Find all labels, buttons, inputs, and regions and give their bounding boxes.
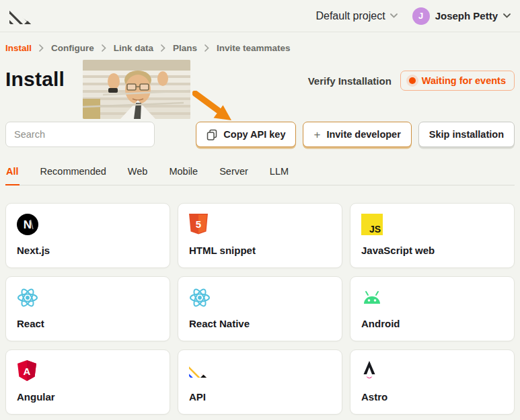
card-label: Next.js	[17, 245, 159, 256]
card-nextjs[interactable]: N Next.js	[5, 203, 170, 268]
card-label: React	[17, 318, 159, 329]
posthog-logo-icon[interactable]	[9, 8, 31, 24]
avatar: J	[412, 7, 430, 25]
copy-api-key-label: Copy API key	[223, 129, 285, 140]
chevron-right-icon	[102, 44, 106, 52]
title-row: Install	[5, 58, 515, 120]
chevron-down-icon	[390, 13, 398, 18]
user-menu[interactable]: J Joseph Petty	[412, 7, 511, 25]
android-icon	[361, 287, 383, 308]
card-label: HTML snippet	[189, 245, 331, 256]
tab-bar: All Recommended Web Mobile Server LLM	[5, 162, 515, 185]
tab-server[interactable]: Server	[219, 162, 249, 185]
card-angular[interactable]: A Angular	[5, 349, 170, 415]
breadcrumb-plans[interactable]: Plans	[173, 43, 197, 53]
react-icon	[189, 287, 211, 308]
verify-cluster: Verify Installation Waiting for events	[308, 71, 515, 91]
search-input[interactable]	[5, 122, 155, 147]
chevron-down-icon	[503, 13, 511, 18]
javascript-icon: JS	[361, 214, 383, 235]
posthog-icon	[189, 360, 211, 382]
status-dot-icon	[409, 77, 416, 84]
card-label: Astro	[361, 391, 503, 403]
card-react-native[interactable]: React Native	[178, 276, 342, 341]
sdk-grid: N Next.js 5 HTML snippet	[5, 203, 515, 415]
project-name: Default project	[315, 10, 385, 22]
breadcrumb: Install Configure Link data Plans Invite…	[5, 32, 515, 58]
skip-installation-label: Skip installation	[429, 129, 504, 140]
tab-mobile[interactable]: Mobile	[168, 162, 198, 185]
install-page: Default project J Joseph Petty Install C…	[0, 0, 520, 420]
chevron-right-icon	[205, 44, 209, 52]
invite-developer-label: Invite developer	[326, 129, 400, 140]
card-android[interactable]: Android	[350, 276, 515, 341]
skip-installation-button[interactable]: Skip installation	[418, 122, 515, 147]
tab-all[interactable]: All	[5, 162, 20, 185]
meme-image	[83, 60, 190, 119]
svg-text:JS: JS	[369, 224, 381, 235]
angular-icon: A	[17, 360, 38, 382]
astro-icon	[361, 360, 383, 382]
tab-recommended[interactable]: Recommended	[40, 162, 107, 185]
tab-web[interactable]: Web	[127, 162, 149, 185]
plus-icon: +	[313, 129, 320, 140]
tab-llm[interactable]: LLM	[269, 162, 289, 185]
user-name: Joseph Petty	[435, 10, 498, 22]
breadcrumb-invite-teammates[interactable]: Invite teammates	[217, 43, 291, 53]
verify-installation-label: Verify Installation	[308, 75, 392, 87]
card-html-snippet[interactable]: 5 HTML snippet	[178, 203, 342, 268]
breadcrumb-link-data[interactable]: Link data	[114, 43, 153, 53]
card-label: Android	[361, 318, 503, 329]
card-astro[interactable]: Astro	[350, 349, 515, 415]
nextjs-icon: N	[17, 214, 38, 235]
copy-icon	[207, 129, 217, 140]
arrow-annotation-icon	[192, 91, 237, 123]
svg-text:5: 5	[196, 218, 201, 230]
top-bar: Default project J Joseph Petty	[0, 0, 520, 32]
svg-text:A: A	[24, 366, 31, 377]
card-label: JavaScript web	[361, 245, 503, 256]
main-content: Install Configure Link data Plans Invite…	[0, 32, 520, 415]
status-badge: Waiting for events	[400, 71, 515, 91]
card-react[interactable]: React	[5, 276, 170, 341]
breadcrumb-install[interactable]: Install	[5, 43, 32, 53]
chevron-right-icon	[161, 44, 165, 52]
card-label: React Native	[189, 318, 331, 329]
react-icon	[17, 287, 38, 308]
project-selector[interactable]: Default project	[315, 10, 397, 22]
card-label: Angular	[17, 391, 159, 403]
card-label: API	[189, 391, 331, 403]
card-api[interactable]: API	[178, 349, 342, 415]
invite-developer-button[interactable]: + Invite developer	[303, 122, 411, 147]
breadcrumb-configure[interactable]: Configure	[51, 43, 94, 53]
card-javascript-web[interactable]: JS JavaScript web	[350, 203, 515, 268]
copy-api-key-button[interactable]: Copy API key	[196, 122, 296, 147]
chevron-right-icon	[39, 44, 44, 52]
html5-icon: 5	[189, 214, 211, 235]
status-badge-label: Waiting for events	[422, 75, 506, 86]
topbar-right: Default project J Joseph Petty	[315, 7, 511, 25]
actions-row: Copy API key + Invite developer Skip ins…	[5, 122, 515, 147]
